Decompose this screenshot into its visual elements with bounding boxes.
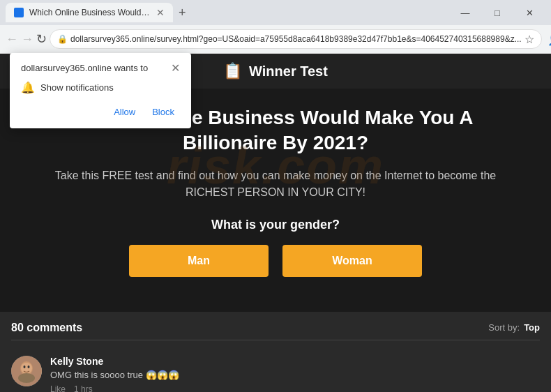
block-button[interactable]: Block (146, 104, 180, 120)
like-button[interactable]: Like (50, 384, 66, 392)
toolbar-actions: 👤 ⋮ (545, 29, 551, 49)
browser-titlebar: Which Online Business Would M... ✕ + — □… (0, 0, 551, 25)
new-tab-button[interactable]: + (173, 3, 192, 23)
comment-item: Kelly Stone OMG this is soooo true 😱😱😱 L… (11, 349, 540, 392)
browser-tab[interactable]: Which Online Business Would M... ✕ (6, 3, 173, 22)
notification-popup: dollarsurvey365.online wants to ✕ 🔔 Show… (10, 53, 191, 128)
man-button[interactable]: Man (129, 245, 269, 277)
notification-header: dollarsurvey365.online wants to ✕ (21, 63, 180, 74)
winner-title: Winner Test (249, 63, 328, 80)
svg-point-5 (18, 373, 35, 383)
quiz-question: What is your gender? (42, 218, 509, 232)
sort-value[interactable]: Top (524, 322, 540, 333)
maximize-button[interactable]: □ (481, 0, 513, 25)
tab-title: Which Online Business Would M... (29, 8, 151, 17)
browser-toolbar: ← → ↻ 🔒 dollarsurvey365.online/survey.ht… (0, 25, 551, 53)
comment-text: OMG this is soooo true 😱😱😱 (50, 370, 540, 380)
reload-button[interactable]: ↻ (36, 29, 47, 49)
tab-close-icon[interactable]: ✕ (156, 7, 165, 18)
comment-time: 1 hrs (74, 384, 93, 392)
winner-icon: 📋 (223, 62, 242, 80)
bell-icon: 🔔 (21, 81, 35, 94)
window-controls: — □ ✕ (449, 0, 545, 25)
address-bar[interactable]: 🔒 dollarsurvey365.online/survey.html?geo… (50, 29, 542, 49)
woman-button[interactable]: Woman (282, 245, 422, 277)
comments-section: 80 comments Sort by: Top (0, 312, 551, 392)
lock-icon: 🔒 (57, 34, 68, 44)
allow-button[interactable]: Allow (108, 104, 141, 120)
browser-chrome: Which Online Business Would M... ✕ + — □… (0, 0, 551, 54)
tab-favicon (14, 8, 24, 17)
tab-bar: Which Online Business Would M... ✕ + (6, 0, 444, 25)
back-button[interactable]: ← (6, 29, 18, 49)
notification-row: 🔔 Show notifications (21, 81, 180, 94)
svg-point-3 (24, 365, 26, 368)
notification-buttons: Allow Block (21, 104, 180, 120)
profile-button[interactable]: 👤 (545, 29, 551, 49)
address-text: dollarsurvey365.online/survey.html?geo=U… (70, 34, 522, 44)
forward-button[interactable]: → (21, 29, 33, 49)
minimize-button[interactable]: — (449, 0, 481, 25)
bookmark-icon[interactable]: ☆ (524, 33, 534, 46)
notification-title: dollarsurvey365.online wants to (21, 63, 148, 73)
avatar-image (11, 356, 42, 386)
comment-actions: Like 1 hrs (50, 384, 540, 392)
quiz-buttons: Man Woman (42, 245, 509, 277)
comment-body: Kelly Stone OMG this is soooo true 😱😱😱 L… (50, 356, 540, 392)
sort-label: Sort by: (488, 322, 520, 333)
comment-avatar (11, 356, 42, 386)
commenter-name: Kelly Stone (50, 356, 540, 367)
svg-point-4 (28, 365, 30, 368)
show-notifications-label: Show notifications (40, 82, 114, 93)
comments-header: 80 comments Sort by: Top (11, 322, 540, 340)
comments-count: 80 comments (11, 322, 82, 334)
quiz-subtext: Take this FREE test and find out how you… (42, 167, 509, 201)
notification-close-button[interactable]: ✕ (171, 63, 180, 74)
sort-by: Sort by: Top (488, 322, 540, 333)
close-button[interactable]: ✕ (513, 0, 545, 25)
